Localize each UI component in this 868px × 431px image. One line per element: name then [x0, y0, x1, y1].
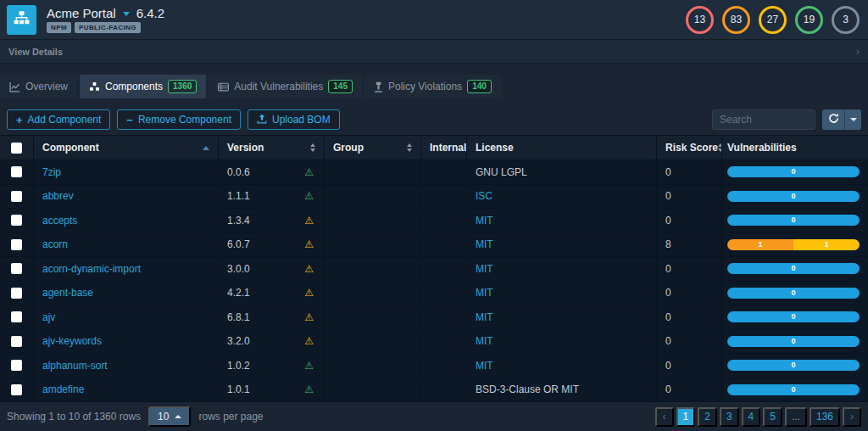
- license-link[interactable]: MIT: [476, 311, 493, 323]
- license-link[interactable]: MIT: [476, 287, 493, 299]
- component-link[interactable]: agent-base: [42, 287, 93, 299]
- row-checkbox[interactable]: [11, 336, 22, 347]
- component-link[interactable]: alphanum-sort: [42, 360, 108, 372]
- vulnerability-segment-info: 0: [727, 215, 860, 226]
- vulnerabilities-bar[interactable]: 0: [727, 166, 860, 177]
- component-cell: agent-base: [34, 282, 219, 305]
- vulnerabilities-bar[interactable]: 0: [727, 215, 860, 226]
- license-link[interactable]: ISC: [476, 190, 492, 202]
- column-header-component[interactable]: Component: [34, 136, 219, 160]
- component-link[interactable]: amdefine: [42, 383, 84, 395]
- column-header-group[interactable]: Group: [325, 136, 421, 160]
- tab-count-badge: 145: [328, 80, 353, 93]
- refresh-button[interactable]: [822, 109, 845, 130]
- row-checkbox[interactable]: [11, 263, 22, 274]
- severity-counter-unassigned[interactable]: 3: [832, 6, 860, 34]
- search-input[interactable]: [712, 109, 815, 130]
- select-all-checkbox[interactable]: [11, 143, 22, 154]
- chevron-down-icon: [850, 118, 857, 121]
- internal-cell: [421, 330, 467, 354]
- pagination-page-3[interactable]: 3: [720, 407, 739, 427]
- pagination-page-5[interactable]: 5: [763, 407, 782, 427]
- row-checkbox[interactable]: [11, 360, 22, 371]
- component-cell: accepts: [34, 209, 219, 232]
- pagination-page-1[interactable]: 1: [676, 407, 696, 427]
- risk-score-cell: 0: [657, 305, 722, 329]
- license-text: BSD-3-Clause OR MIT: [476, 383, 579, 395]
- component-link[interactable]: acorn: [42, 238, 68, 250]
- row-checkbox[interactable]: [11, 215, 22, 226]
- row-checkbox[interactable]: [11, 311, 22, 322]
- license-link[interactable]: MIT: [476, 238, 493, 250]
- sort-icon[interactable]: [407, 143, 412, 152]
- remove-component-button[interactable]: − Remove Component: [117, 109, 241, 130]
- sort-icon[interactable]: [310, 143, 315, 152]
- sort-asc-icon[interactable]: [203, 146, 209, 150]
- add-component-button[interactable]: + Add Component: [7, 109, 110, 130]
- tab-policy-violations[interactable]: Policy Violations140: [364, 75, 501, 98]
- chevron-up-icon: [175, 415, 181, 418]
- column-header-version[interactable]: Version: [219, 136, 325, 160]
- view-details-bar[interactable]: View Details ›: [0, 39, 868, 64]
- pagination-next-button[interactable]: ›: [843, 407, 861, 427]
- tab-count-badge: 1360: [168, 80, 197, 93]
- group-cell: [325, 233, 421, 257]
- component-link[interactable]: 7zip: [42, 166, 61, 178]
- component-link[interactable]: ajv: [42, 311, 55, 323]
- vulnerabilities-cell: 0: [722, 378, 868, 402]
- project-title[interactable]: Acme Portal: [47, 6, 116, 20]
- license-link[interactable]: MIT: [476, 215, 493, 227]
- pagination-page-136[interactable]: 136: [810, 407, 840, 427]
- component-link[interactable]: accepts: [42, 215, 77, 227]
- row-checkbox[interactable]: [11, 288, 22, 299]
- component-link[interactable]: ajv-keywords: [42, 335, 102, 347]
- component-link[interactable]: abbrev: [42, 190, 74, 202]
- pagination-page-2[interactable]: 2: [698, 407, 717, 427]
- internal-cell: [421, 257, 467, 281]
- severity-counter-medium[interactable]: 27: [759, 6, 787, 34]
- severity-counters: 138327193: [686, 6, 861, 34]
- vulnerabilities-cell: 0: [722, 305, 868, 329]
- column-header-internal[interactable]: Internal: [421, 136, 467, 160]
- chevron-down-icon[interactable]: [123, 12, 130, 16]
- pagination-page-4[interactable]: 4: [742, 407, 761, 427]
- tab-overview[interactable]: Overview: [0, 75, 77, 98]
- version-status-warning-icon: ⚠: [304, 288, 314, 298]
- version-status-warning-icon: ⚠: [304, 216, 314, 226]
- pagination-prev-button[interactable]: ‹: [655, 407, 674, 427]
- group-cell: [325, 185, 421, 209]
- vulnerabilities-bar[interactable]: 0: [727, 311, 860, 322]
- refresh-options-button[interactable]: [845, 109, 861, 130]
- upload-bom-button[interactable]: Upload BOM: [248, 109, 340, 130]
- vulnerabilities-bar[interactable]: 11: [727, 239, 860, 250]
- license-link[interactable]: MIT: [476, 335, 493, 347]
- vulnerabilities-bar[interactable]: 0: [727, 288, 860, 299]
- vulnerabilities-bar[interactable]: 0: [727, 360, 860, 371]
- row-checkbox[interactable]: [11, 166, 22, 177]
- vulnerabilities-bar[interactable]: 0: [727, 191, 860, 202]
- row-checkbox[interactable]: [11, 384, 22, 395]
- chevron-right-icon[interactable]: ›: [856, 46, 860, 58]
- tab-audit-vulnerabilities[interactable]: Audit Vulnerabilities145: [209, 75, 362, 98]
- group-cell: [325, 354, 421, 378]
- group-cell: [325, 330, 421, 354]
- license-link[interactable]: MIT: [476, 360, 493, 372]
- row-checkbox[interactable]: [11, 239, 22, 250]
- column-header-license[interactable]: License: [467, 136, 657, 160]
- severity-counter-critical[interactable]: 13: [686, 6, 714, 34]
- vulnerabilities-bar[interactable]: 0: [727, 336, 860, 347]
- pagination-ellipsis[interactable]: ...: [785, 407, 807, 427]
- column-header-vulnerabilities[interactable]: Vulnerabilities: [722, 136, 868, 160]
- vulnerabilities-bar[interactable]: 0: [727, 263, 860, 274]
- internal-cell: [421, 354, 467, 378]
- column-header-risk-score[interactable]: Risk Score: [657, 136, 722, 160]
- severity-counter-high[interactable]: 83: [722, 6, 750, 34]
- component-link[interactable]: acorn-dynamic-import: [42, 263, 141, 275]
- severity-counter-low[interactable]: 19: [795, 6, 823, 34]
- page-size-dropdown[interactable]: 10: [148, 406, 191, 427]
- row-checkbox[interactable]: [11, 191, 22, 202]
- license-link[interactable]: MIT: [476, 263, 493, 275]
- group-cell: [325, 209, 421, 232]
- tab-components[interactable]: Components1360: [80, 75, 206, 98]
- vulnerabilities-bar[interactable]: 0: [727, 384, 860, 395]
